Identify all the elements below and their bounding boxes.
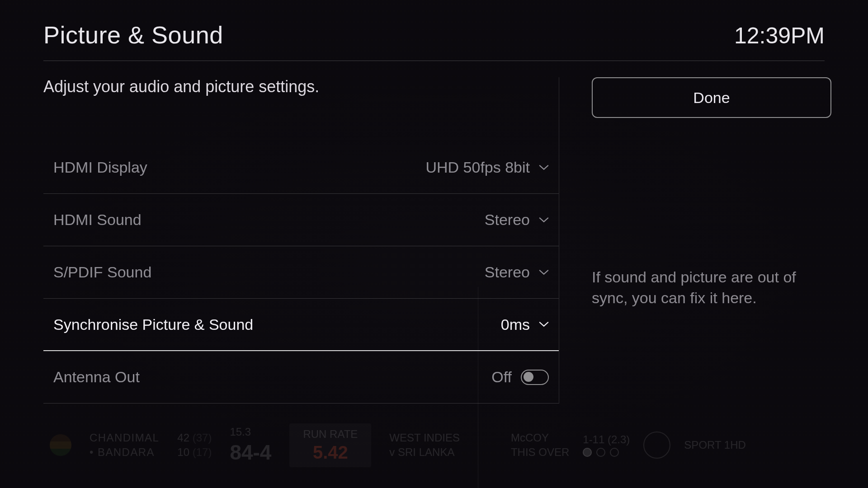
row-value: UHD 50fps 8bit	[425, 159, 530, 176]
settings-description: Adjust your audio and picture settings.	[43, 77, 559, 96]
row-label: Antenna Out	[53, 368, 140, 386]
page-title: Picture & Sound	[43, 21, 223, 49]
done-button[interactable]: Done	[592, 77, 831, 118]
row-label: HDMI Sound	[53, 211, 142, 229]
row-value: 0ms	[501, 316, 530, 333]
chevron-down-icon	[539, 269, 549, 276]
row-value: Off	[491, 368, 512, 386]
row-spdif-sound[interactable]: S/PDIF Sound Stereo	[43, 246, 559, 299]
chevron-down-icon	[539, 164, 549, 171]
context-hint: If sound and picture are out of sync, yo…	[592, 267, 827, 309]
settings-header: Picture & Sound 12:39PM	[43, 21, 825, 61]
row-antenna-out[interactable]: Antenna Out Off	[43, 351, 559, 404]
row-label: Synchronise Picture & Sound	[53, 316, 253, 333]
row-hdmi-sound[interactable]: HDMI Sound Stereo	[43, 194, 559, 246]
chevron-down-icon	[539, 217, 549, 223]
settings-overlay: Picture & Sound 12:39PM Adjust your audi…	[0, 0, 868, 488]
settings-side-panel: Done If sound and picture are out of syn…	[559, 77, 831, 404]
row-value: Stereo	[485, 263, 530, 281]
clock: 12:39PM	[734, 23, 825, 49]
row-label: S/PDIF Sound	[53, 263, 151, 281]
row-sync-picture-sound[interactable]: Synchronise Picture & Sound 0ms	[43, 299, 559, 351]
toggle-off-icon[interactable]	[521, 370, 549, 385]
done-button-label: Done	[693, 89, 730, 107]
row-hdmi-display[interactable]: HDMI Display UHD 50fps 8bit	[43, 141, 559, 194]
settings-list: Adjust your audio and picture settings. …	[43, 77, 559, 404]
chevron-down-icon	[539, 321, 549, 328]
row-value: Stereo	[485, 211, 530, 229]
row-label: HDMI Display	[53, 159, 147, 176]
